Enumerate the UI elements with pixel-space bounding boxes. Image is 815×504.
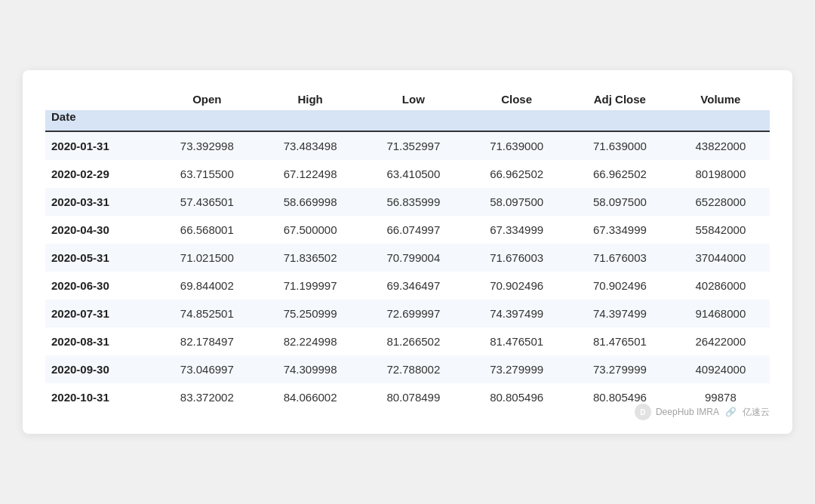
cell-close: 81.476501	[465, 327, 568, 355]
cell-open: 74.852501	[155, 300, 259, 327]
col-high: High	[259, 85, 362, 110]
cell-low: 72.788002	[361, 355, 465, 383]
cell-open: 83.372002	[155, 383, 259, 411]
watermark-text1: DeepHub IMRA	[656, 407, 719, 417]
cell-close: 74.397499	[465, 300, 568, 327]
cell-volume: 26422000	[672, 327, 770, 355]
col-volume: Volume	[672, 85, 770, 110]
cell-date: 2020-02-29	[45, 160, 155, 188]
cell-volume: 91468000	[672, 300, 770, 327]
cell-date: 2020-06-30	[45, 272, 155, 300]
column-header-row: Open High Low Close Adj Close Volume	[45, 85, 770, 110]
subheader-close	[465, 110, 568, 131]
cell-high: 82.224998	[259, 327, 362, 355]
cell-high: 67.500000	[259, 216, 362, 244]
col-adj-close: Adj Close	[568, 85, 672, 110]
cell-date: 2020-09-30	[45, 355, 155, 383]
cell-close: 80.805496	[465, 383, 568, 411]
cell-open: 66.568001	[155, 216, 259, 244]
subheader-row: Date	[45, 110, 770, 131]
cell-open: 63.715500	[155, 160, 259, 188]
cell-low: 63.410500	[361, 160, 465, 188]
table-row: 2020-09-3073.04699774.30999872.78800273.…	[45, 355, 770, 383]
cell-high: 75.250999	[259, 300, 362, 327]
table-row: 2020-01-3173.39299873.48349871.35299771.…	[45, 131, 770, 160]
cell-close: 67.334999	[465, 216, 568, 244]
cell-date: 2020-04-30	[45, 216, 155, 244]
cell-date: 2020-08-31	[45, 327, 155, 355]
cell-adj_close: 58.097500	[568, 188, 672, 216]
cell-low: 70.799004	[361, 244, 465, 272]
table-row: 2020-05-3171.02150071.83650270.79900471.…	[45, 244, 770, 272]
watermark-divider: 🔗	[725, 407, 737, 417]
cell-volume: 55842000	[672, 216, 770, 244]
table-row: 2020-07-3174.85250175.25099972.69999774.…	[45, 300, 770, 327]
cell-low: 81.266502	[361, 327, 465, 355]
date-label: Date	[45, 110, 155, 131]
cell-open: 82.178497	[155, 327, 259, 355]
watermark: D DeepHub IMRA 🔗 亿速云	[635, 404, 770, 420]
cell-volume: 65228000	[672, 188, 770, 216]
cell-open: 73.392998	[155, 131, 259, 160]
table-row: 2020-06-3069.84400271.19999769.34649770.…	[45, 272, 770, 300]
cell-date: 2020-07-31	[45, 300, 155, 327]
cell-volume: 37044000	[672, 244, 770, 272]
cell-adj_close: 71.676003	[568, 244, 672, 272]
cell-volume: 40286000	[672, 272, 770, 300]
cell-open: 57.436501	[155, 188, 259, 216]
cell-close: 71.639000	[465, 131, 568, 160]
subheader-open	[155, 110, 259, 131]
cell-open: 71.021500	[155, 244, 259, 272]
cell-date: 2020-03-31	[45, 188, 155, 216]
subheader-adj-close	[568, 110, 672, 131]
watermark-logo: D	[635, 404, 651, 420]
subheader-volume	[672, 110, 770, 131]
table-row: 2020-04-3066.56800167.50000066.07499767.…	[45, 216, 770, 244]
cell-close: 66.962502	[465, 160, 568, 188]
cell-close: 58.097500	[465, 188, 568, 216]
cell-adj_close: 74.397499	[568, 300, 672, 327]
watermark-text2: 亿速云	[743, 406, 770, 419]
cell-date: 2020-05-31	[45, 244, 155, 272]
cell-close: 73.279999	[465, 355, 568, 383]
col-date-empty	[45, 85, 155, 110]
stock-table: Open High Low Close Adj Close Volume Dat…	[45, 85, 770, 411]
cell-high: 71.199997	[259, 272, 362, 300]
cell-adj_close: 67.334999	[568, 216, 672, 244]
cell-adj_close: 73.279999	[568, 355, 672, 383]
cell-adj_close: 81.476501	[568, 327, 672, 355]
col-open: Open	[155, 85, 259, 110]
cell-open: 69.844002	[155, 272, 259, 300]
cell-low: 80.078499	[361, 383, 465, 411]
col-low: Low	[361, 85, 465, 110]
cell-volume: 80198000	[672, 160, 770, 188]
cell-low: 66.074997	[361, 216, 465, 244]
cell-high: 71.836502	[259, 244, 362, 272]
table-row: 2020-08-3182.17849782.22499881.26650281.…	[45, 327, 770, 355]
cell-low: 72.699997	[361, 300, 465, 327]
table-row: 2020-03-3157.43650158.66999856.83599958.…	[45, 188, 770, 216]
subheader-low	[361, 110, 465, 131]
cell-date: 2020-01-31	[45, 131, 155, 160]
cell-low: 71.352997	[361, 131, 465, 160]
data-card: Open High Low Close Adj Close Volume Dat…	[23, 70, 792, 434]
cell-high: 58.669998	[259, 188, 362, 216]
cell-high: 67.122498	[259, 160, 362, 188]
cell-high: 84.066002	[259, 383, 362, 411]
cell-low: 56.835999	[361, 188, 465, 216]
cell-low: 69.346497	[361, 272, 465, 300]
cell-volume: 43822000	[672, 131, 770, 160]
col-close: Close	[465, 85, 568, 110]
subheader-high	[259, 110, 362, 131]
cell-date: 2020-10-31	[45, 383, 155, 411]
table-row: 2020-02-2963.71550067.12249863.41050066.…	[45, 160, 770, 188]
cell-close: 71.676003	[465, 244, 568, 272]
cell-high: 74.309998	[259, 355, 362, 383]
cell-adj_close: 71.639000	[568, 131, 672, 160]
cell-adj_close: 70.902496	[568, 272, 672, 300]
cell-open: 73.046997	[155, 355, 259, 383]
cell-high: 73.483498	[259, 131, 362, 160]
cell-close: 70.902496	[465, 272, 568, 300]
cell-adj_close: 66.962502	[568, 160, 672, 188]
cell-volume: 40924000	[672, 355, 770, 383]
